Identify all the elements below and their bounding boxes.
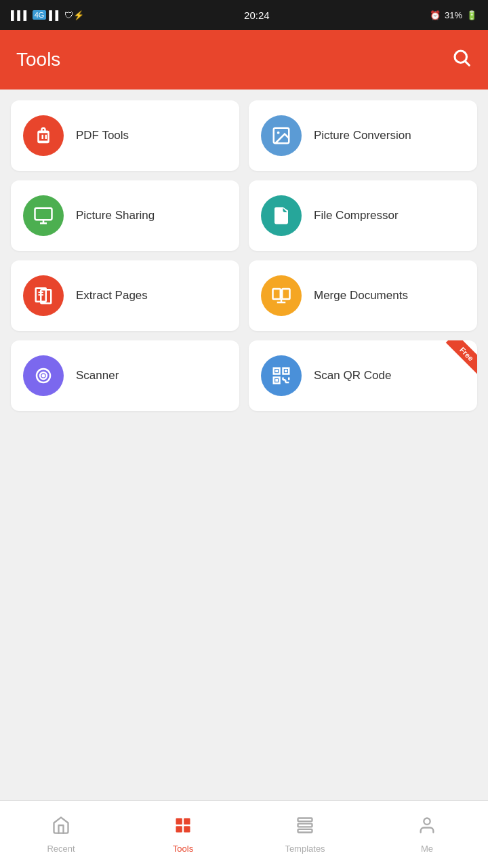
app-header: Tools	[0, 30, 488, 90]
user-icon	[418, 816, 436, 840]
templates-icon	[296, 816, 314, 840]
picture-conversion-icon	[261, 115, 302, 156]
picture-sharing-label: Picture Sharing	[76, 208, 155, 223]
svg-rect-31	[184, 818, 190, 824]
nav-item-templates[interactable]: Templates	[244, 816, 366, 854]
nav-item-recent[interactable]: Recent	[0, 816, 122, 854]
tool-card-file-compressor[interactable]: File Compressor	[249, 180, 477, 251]
svg-rect-20	[275, 370, 278, 372]
tool-card-picture-conversion[interactable]: Picture Conversion	[249, 100, 477, 171]
scanner-icon	[23, 355, 64, 396]
status-left: ▌▌▌ 4G ▌▌ 🛡⚡	[11, 10, 84, 20]
picture-sharing-icon	[23, 195, 64, 236]
svg-rect-24	[275, 379, 278, 382]
nav-item-me[interactable]: Me	[366, 816, 488, 854]
tool-card-merge-documents[interactable]: Merge Documents	[249, 260, 477, 331]
svg-point-3	[277, 132, 280, 134]
svg-rect-33	[184, 826, 190, 832]
wifi-icon: ▌▌	[49, 10, 61, 20]
svg-line-1	[466, 61, 469, 64]
status-time: 20:24	[244, 9, 270, 21]
home-icon	[52, 816, 70, 840]
battery-text: 31%	[445, 10, 462, 20]
svg-point-18	[42, 374, 45, 378]
grid-icon	[174, 816, 192, 840]
merge-documents-icon	[261, 275, 302, 316]
tools-grid: PDF Tools Picture Conversion Picture Sha…	[11, 100, 477, 411]
battery-icon: 🔋	[466, 10, 477, 20]
svg-rect-36	[298, 829, 312, 832]
svg-rect-35	[298, 823, 312, 827]
status-right: ⏰ 31% 🔋	[430, 10, 477, 20]
templates-label: Templates	[285, 844, 325, 854]
svg-rect-12	[282, 289, 289, 299]
svg-point-37	[424, 818, 430, 824]
nav-item-tools[interactable]: Tools	[122, 816, 244, 854]
pdf-tools-label: PDF Tools	[76, 128, 129, 143]
tool-card-picture-sharing[interactable]: Picture Sharing	[11, 180, 239, 251]
pdf-icon	[23, 115, 64, 156]
extra-icons: 🛡⚡	[64, 10, 84, 20]
network-icon: 4G	[33, 10, 47, 20]
me-label: Me	[421, 844, 433, 854]
file-compressor-icon	[261, 195, 302, 236]
free-badge: Free	[436, 340, 477, 381]
status-bar: ▌▌▌ 4G ▌▌ 🛡⚡ 20:24 ⏰ 31% 🔋	[0, 0, 488, 30]
svg-rect-22	[285, 370, 287, 372]
search-icon[interactable]	[451, 47, 472, 73]
bottom-nav: Recent Tools Templates	[0, 800, 488, 868]
svg-rect-4	[35, 208, 52, 220]
tool-card-scan-qr-code[interactable]: Scan QR Code Free	[249, 340, 477, 411]
extract-pages-label: Extract Pages	[76, 288, 148, 303]
page-title: Tools	[16, 49, 60, 71]
scanner-label: Scanner	[76, 368, 119, 383]
merge-documents-label: Merge Documents	[314, 288, 408, 303]
tool-card-scanner[interactable]: Scanner	[11, 340, 239, 411]
svg-rect-34	[298, 818, 312, 821]
scan-qr-icon	[261, 355, 302, 396]
main-content: PDF Tools Picture Conversion Picture Sha…	[0, 90, 488, 800]
alarm-icon: ⏰	[430, 10, 441, 20]
recent-label: Recent	[47, 844, 75, 854]
tools-nav-label: Tools	[173, 844, 193, 854]
svg-rect-32	[176, 826, 182, 832]
tool-card-extract-pages[interactable]: Extract Pages	[11, 260, 239, 331]
extract-pages-icon	[23, 275, 64, 316]
svg-rect-30	[176, 818, 182, 824]
file-compressor-label: File Compressor	[314, 208, 399, 223]
signal-icon: ▌▌▌	[11, 10, 30, 20]
free-badge-label: Free	[446, 340, 477, 375]
scan-qr-label: Scan QR Code	[314, 368, 391, 383]
tool-card-pdf-tools[interactable]: PDF Tools	[11, 100, 239, 171]
svg-rect-11	[273, 289, 281, 299]
picture-conversion-label: Picture Conversion	[314, 128, 411, 143]
